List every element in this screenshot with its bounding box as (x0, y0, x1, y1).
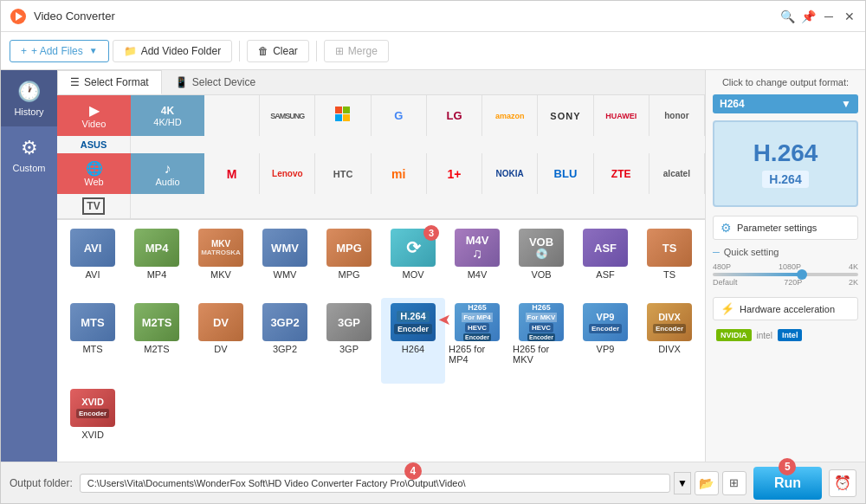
format-wmv[interactable]: WMV WMV (253, 223, 317, 298)
device-alcatel[interactable]: alcatel (650, 153, 705, 194)
device-microsoft[interactable] (315, 95, 371, 136)
close-button[interactable]: ✕ (843, 10, 856, 23)
format-mov[interactable]: ⟳ 3 MOV (381, 223, 445, 298)
audio-format-btn[interactable]: ♪ Audio (131, 153, 204, 194)
merge-button[interactable]: ⊞ Merge (324, 40, 389, 62)
merge-icon: ⊞ (335, 45, 344, 57)
device-htc[interactable]: HTC (315, 153, 371, 194)
run-button[interactable]: 5 Run (753, 467, 822, 500)
format-m2ts[interactable]: M2TS M2TS (125, 298, 189, 383)
format-h265mp4[interactable]: H265 For MP4 HEVC Encoder H265 for MP4 (445, 298, 509, 383)
path-dropdown-button[interactable]: ▼ (674, 472, 691, 494)
device-lenovo[interactable]: Lenovo (260, 153, 315, 194)
format-avi[interactable]: AVI AVI (61, 223, 125, 298)
grid-empty-1 (125, 384, 189, 458)
device-motorola[interactable]: M (204, 153, 260, 194)
preview-icon: ⊞ (729, 476, 739, 489)
quick-setting-section: ─ Quick setting (713, 247, 858, 257)
device-amazon[interactable]: amazon (482, 95, 538, 136)
device-tv[interactable]: TV (57, 194, 131, 218)
device-asus[interactable]: ASUS (57, 136, 131, 153)
device-lg[interactable]: LG (427, 95, 482, 136)
format-h265mp4-label: H265 for MP4 (449, 344, 506, 365)
format-dv[interactable]: DV DV (189, 298, 253, 383)
format-h265mkv[interactable]: H265 For MKV HEVC Encoder H265 for MKV (509, 298, 573, 383)
minimize-button[interactable]: ─ (822, 10, 836, 23)
device-mi[interactable]: mi (372, 153, 427, 194)
parameter-settings-button[interactable]: ⚙ Parameter settings (713, 216, 858, 240)
browse-folder-button[interactable]: 📂 (695, 471, 719, 495)
settings-icon: ⚙ (21, 137, 38, 159)
format-type-row-1: ▶ Video 4K 4K/HD SAMSUNG (57, 95, 705, 153)
sidebar-item-custom[interactable]: ⚙ Custom (1, 126, 57, 183)
format-3gp2[interactable]: 3GP2 3GP2 (253, 298, 317, 383)
sidebar-label-history: History (14, 107, 43, 117)
svg-rect-3 (343, 107, 350, 113)
format-mts[interactable]: MTS MTS (61, 298, 125, 383)
format-vob[interactable]: VOB 💿 VOB (509, 223, 573, 298)
output-path-input[interactable] (80, 474, 670, 493)
format-3gp[interactable]: 3GP 3GP (317, 298, 381, 383)
format-mp4[interactable]: MP4 MP4 (125, 223, 189, 298)
pin-icon[interactable]: 📌 (801, 10, 815, 23)
format-h265mkv-label: H265 for MKV (513, 344, 570, 365)
format-asf-label: ASF (596, 269, 614, 280)
alarm-button[interactable]: ⏰ (829, 469, 856, 497)
tab-select-device[interactable]: 📱 Select Device (162, 70, 268, 94)
grid-empty-8 (573, 384, 637, 458)
sidebar-item-history[interactable]: 🕐 History (1, 70, 57, 126)
clear-icon: 🗑 (258, 45, 268, 57)
sidebar-label-custom: Custom (13, 163, 46, 173)
clear-button[interactable]: 🗑 Clear (247, 40, 309, 62)
preview-button[interactable]: ⊞ (722, 471, 746, 495)
format-preview-main: H.264 (753, 139, 818, 167)
search-icon[interactable]: 🔍 (780, 10, 794, 23)
blu-icon: BLU (554, 167, 578, 180)
device-huawei[interactable]: HUAWEI (594, 95, 650, 136)
format-avi-label: AVI (86, 269, 100, 280)
tab-select-format[interactable]: ☰ Select Format (57, 70, 162, 94)
mi-icon: mi (391, 167, 405, 181)
output-folder-label: Output folder: (10, 477, 73, 489)
hardware-acceleration-button[interactable]: ⚡ Hardware acceleration (713, 297, 858, 320)
device-zte[interactable]: ZTE (594, 153, 650, 194)
format-selector-dropdown[interactable]: H264 ▼ (713, 94, 858, 113)
format-mkv-label: MKV (210, 269, 231, 280)
device-oneplus[interactable]: 1+ (427, 153, 482, 194)
format-mpg[interactable]: MPG MPG (317, 223, 381, 298)
device-sony[interactable]: SONY (538, 95, 593, 136)
format-h264[interactable]: H.264 Encoder ➤ H264 (381, 298, 445, 383)
device-google[interactable]: G (372, 95, 427, 136)
toolbar-divider (239, 41, 240, 61)
history-icon: 🕐 (17, 81, 41, 103)
format-asf[interactable]: ASF ASF (573, 223, 637, 298)
right-panel-title: Click to change output format: (713, 77, 858, 87)
format-xvid[interactable]: XVID Encoder XVID (61, 384, 125, 458)
device-apple[interactable] (204, 95, 260, 136)
format-ts[interactable]: TS TS (637, 223, 701, 298)
device-nokia[interactable]: NOKIA (482, 153, 538, 194)
format-tab-icon: ☰ (70, 76, 80, 88)
device-honor[interactable]: honor (650, 95, 705, 136)
device-blu[interactable]: BLU (538, 153, 593, 194)
web-format-btn[interactable]: 🌐 Web (57, 153, 131, 194)
quality-slider[interactable] (713, 273, 858, 276)
format-m4v[interactable]: M4V ♫ M4V (445, 223, 509, 298)
tv-icon: TV (82, 197, 104, 215)
right-panel: Click to change output format: H264 ▼ H.… (705, 70, 865, 462)
toolbar-divider-2 (316, 41, 317, 61)
format-mov-label: MOV (402, 269, 423, 280)
format-m4v-label: M4V (468, 269, 488, 280)
add-files-button[interactable]: + + Add Files ▼ (10, 40, 109, 62)
plus-icon: + (21, 45, 27, 57)
4k-hd-format-btn[interactable]: 4K 4K/HD (131, 95, 204, 136)
format-mkv[interactable]: MKV MATROSKA MKV (189, 223, 253, 298)
device-samsung[interactable]: SAMSUNG (260, 95, 315, 136)
htc-icon: HTC (333, 169, 353, 179)
add-folder-button[interactable]: 📁 Add Video Folder (113, 40, 233, 62)
format-panel: ☰ Select Format 📱 Select Device ▶ Video … (57, 70, 705, 462)
format-vp9[interactable]: VP9 Encoder VP9 (573, 298, 637, 383)
hardware-icon: ⚡ (721, 302, 734, 315)
video-format-btn[interactable]: ▶ Video (57, 95, 131, 136)
format-divx[interactable]: DIVX Encoder DIVX (637, 298, 701, 383)
